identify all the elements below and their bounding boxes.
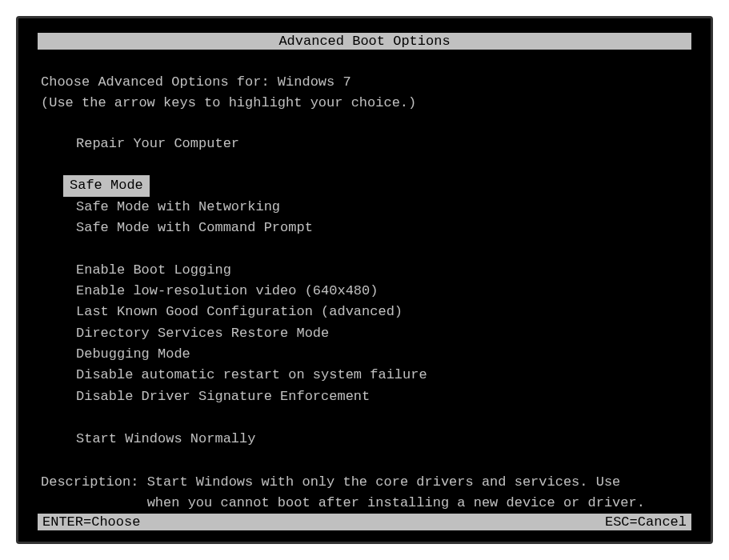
spacer <box>70 154 688 175</box>
boot-options-list[interactable]: Repair Your Computer Safe Mode Safe Mode… <box>41 134 688 450</box>
option-debugging-mode[interactable]: Debugging Mode <box>70 344 197 365</box>
instruction-line-2: (Use the arrow keys to highlight your ch… <box>41 93 688 114</box>
option-disable-auto-restart[interactable]: Disable automatic restart on system fail… <box>70 365 434 386</box>
option-safe-mode-command-prompt[interactable]: Safe Mode with Command Prompt <box>70 218 319 238</box>
option-last-known-good[interactable]: Last Known Good Configuration (advanced) <box>70 302 409 322</box>
hint-enter-choose: ENTER=Choose <box>42 514 140 530</box>
hint-esc-cancel: ESC=Cancel <box>605 514 687 530</box>
boot-options-screen: Advanced Boot Options Choose Advanced Op… <box>16 16 713 544</box>
title-bar: Advanced Boot Options <box>38 33 691 50</box>
content-area: Choose Advanced Options for: Windows 7 (… <box>18 50 711 514</box>
spacer <box>70 238 688 259</box>
option-low-res-video[interactable]: Enable low-resolution video (640x480) <box>70 281 384 302</box>
option-start-windows-normally[interactable]: Start Windows Normally <box>70 429 262 450</box>
option-disable-driver-sig[interactable]: Disable Driver Signature Enforcement <box>70 386 376 407</box>
footer-bar: ENTER=Choose ESC=Cancel <box>38 514 691 530</box>
description-label: Description: <box>41 474 147 490</box>
description-block: Description: Start Windows with only the… <box>41 472 688 514</box>
spacer <box>70 407 688 428</box>
option-enable-boot-logging[interactable]: Enable Boot Logging <box>70 260 238 281</box>
option-directory-services-restore[interactable]: Directory Services Restore Mode <box>70 323 335 344</box>
option-safe-mode[interactable]: Safe Mode <box>63 175 150 196</box>
option-safe-mode-networking[interactable]: Safe Mode with Networking <box>70 197 286 218</box>
instruction-line-1: Choose Advanced Options for: Windows 7 <box>41 72 688 93</box>
screen-title: Advanced Boot Options <box>278 34 450 49</box>
option-repair-your-computer[interactable]: Repair Your Computer <box>70 134 246 154</box>
